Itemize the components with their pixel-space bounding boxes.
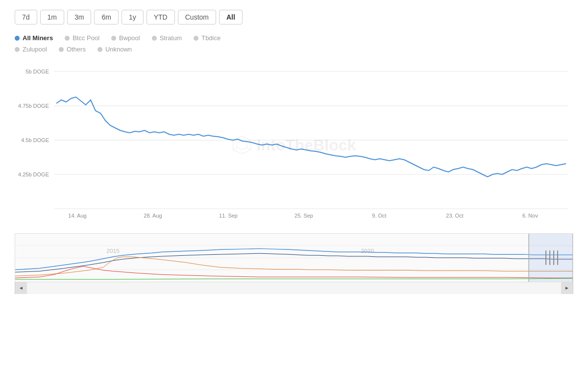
legend-item-all-miners[interactable]: All Miners (15, 34, 53, 42)
legend-label: All Miners (23, 34, 53, 42)
svg-text:11. Sep: 11. Sep (219, 213, 238, 219)
legend-item-others[interactable]: Others (59, 46, 86, 53)
legend-dot (15, 36, 20, 41)
main-container: 7d1m3m6m1yYTDCustomAll All MinersBtcc Po… (0, 0, 588, 304)
legend-dot (111, 36, 116, 41)
scroll-left-button[interactable]: ◄ (15, 282, 27, 294)
time-btn-6m[interactable]: 6m (94, 10, 118, 24)
time-range-selector: 7d1m3m6m1yYTDCustomAll (15, 10, 573, 24)
chart-legend: All MinersBtcc PoolBwpoolStratumTbdiceZu… (15, 34, 573, 53)
time-btn-1m[interactable]: 1m (40, 10, 64, 24)
svg-text:25. Sep: 25. Sep (294, 213, 313, 219)
navigator-svg: 2015 2020 (15, 234, 573, 282)
svg-text:23. Oct: 23. Oct (446, 213, 463, 219)
svg-text:2020: 2020 (361, 247, 374, 254)
time-btn-3m[interactable]: 3m (67, 10, 91, 24)
svg-text:2015: 2015 (106, 247, 120, 254)
legend-label: Tbdice (201, 34, 220, 42)
svg-rect-27 (529, 234, 573, 282)
svg-text:4.25b DOGE: 4.25b DOGE (18, 172, 49, 177)
main-chart-svg: 5b DOGE 4.75b DOGE 4.5b DOGE 4.25b DOGE … (15, 62, 573, 228)
legend-label: Bwpool (119, 34, 140, 42)
svg-text:4.5b DOGE: 4.5b DOGE (21, 137, 49, 143)
legend-dot (15, 47, 20, 52)
legend-item-unknown[interactable]: Unknown (98, 46, 132, 53)
main-chart-area: IntoTheBlock 5b DOGE 4.75b DOGE 4.5b DOG… (15, 62, 573, 228)
legend-label: Others (67, 46, 86, 53)
legend-item-stratum[interactable]: Stratum (152, 34, 182, 42)
scrollbar: ◄ ► (15, 282, 573, 294)
legend-item-bwpool[interactable]: Bwpool (111, 34, 140, 42)
time-btn-custom[interactable]: Custom (178, 10, 216, 24)
legend-dot (152, 36, 157, 41)
svg-text:6. Nov: 6. Nov (522, 213, 538, 219)
legend-item-btcc-pool[interactable]: Btcc Pool (65, 34, 99, 42)
time-btn-all[interactable]: All (219, 10, 243, 24)
legend-label: Zulupool (23, 46, 47, 53)
legend-dot (98, 47, 102, 52)
scroll-track[interactable] (27, 282, 561, 294)
svg-text:9. Oct: 9. Oct (372, 213, 386, 219)
legend-item-zulupool[interactable]: Zulupool (15, 46, 47, 53)
svg-text:4.75b DOGE: 4.75b DOGE (18, 103, 49, 109)
navigator[interactable]: 2015 2020 (15, 233, 573, 282)
time-btn-ytd[interactable]: YTD (147, 10, 175, 24)
legend-dot (59, 47, 64, 52)
legend-item-tbdice[interactable]: Tbdice (194, 34, 220, 42)
legend-label: Stratum (160, 34, 182, 42)
scroll-right-button[interactable]: ► (561, 282, 573, 294)
svg-text:28. Aug: 28. Aug (144, 213, 162, 219)
legend-dot (65, 36, 70, 41)
time-btn-1y[interactable]: 1y (122, 10, 144, 24)
svg-text:14. Aug: 14. Aug (68, 213, 86, 219)
svg-text:5b DOGE: 5b DOGE (25, 69, 49, 74)
legend-label: Unknown (105, 46, 132, 53)
legend-label: Btcc Pool (73, 34, 99, 42)
legend-dot (194, 36, 198, 41)
time-btn-7d[interactable]: 7d (15, 10, 37, 24)
